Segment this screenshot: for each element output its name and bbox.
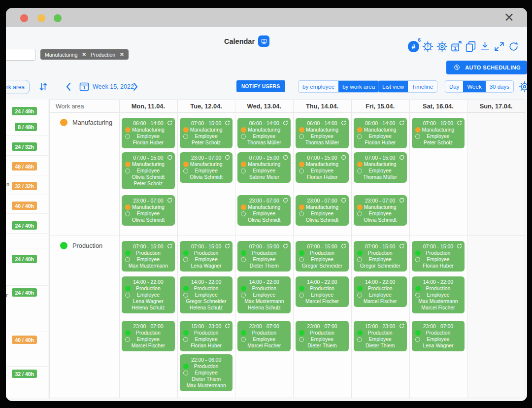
- work-area-name: Manufacturing: [72, 118, 112, 127]
- shift-employee-name: Dieter Thiem: [180, 376, 233, 382]
- shift-card[interactable]: 07:00 - 15:00ProductionEmployeeMax Muste…: [122, 241, 175, 272]
- settings-alert-icon[interactable]: !: [422, 40, 434, 53]
- shift-card[interactable]: 07:00 - 15:00ProductionEmployeeLena Wagn…: [180, 241, 233, 272]
- shift-card[interactable]: 23:00 - 07:00ManufacturingEmployeeOlivia…: [180, 152, 233, 183]
- shift-card[interactable]: 06:00 - 14:00ManufacturingEmployeeFloria…: [122, 118, 175, 148]
- sync-icon[interactable]: [507, 40, 520, 53]
- expand-icon[interactable]: [493, 40, 505, 53]
- calendar-settings-gear-icon[interactable]: [518, 80, 527, 95]
- previous-week-icon[interactable]: [65, 82, 72, 94]
- day-cell: [177, 195, 235, 226]
- employee-ring-icon: [415, 134, 420, 139]
- employee-row-divider: [6, 213, 48, 214]
- employee-row-divider: [6, 233, 48, 234]
- minimize-traffic-light[interactable]: [37, 14, 45, 22]
- week-calendar-icon[interactable]: 1: [79, 81, 90, 94]
- range-option-week[interactable]: Week: [463, 81, 485, 92]
- shift-card[interactable]: 07:00 - 15:00ProductionEmployeeGregor Sc…: [296, 241, 349, 272]
- view-mode-option-timeline[interactable]: Timeline: [408, 81, 437, 92]
- shift-card[interactable]: 23:00 - 07:00ProductionEmployeeDieter Th…: [296, 321, 349, 351]
- shift-card[interactable]: 23:00 - 07:00ManufacturingEmployeeOlivia…: [354, 195, 407, 226]
- group-by-option-by-work-area[interactable]: by work area: [338, 81, 379, 92]
- shift-card[interactable]: 07:00 - 15:00ManufacturingEmployeeOlivia…: [122, 152, 175, 189]
- next-week-icon[interactable]: [132, 82, 139, 94]
- employee-ring-icon: [183, 257, 188, 262]
- shift-card[interactable]: 14:00 - 22:00ProductionEmployeeGregor Sc…: [180, 276, 233, 313]
- shift-card[interactable]: 07:00 - 15:00ManufacturingEmployeeSabine…: [237, 152, 291, 183]
- day-column-header: Sat, 16.04.: [409, 102, 467, 110]
- group-by-option-by-employee[interactable]: by employee: [299, 81, 338, 92]
- calendar-copy-icon[interactable]: 1: [450, 40, 463, 53]
- day-cell: 07:00 - 15:00ManufacturingEmployeeThomas…: [351, 152, 409, 189]
- shift-employee-name: Lena Wagner: [180, 263, 233, 269]
- range-option-30-days[interactable]: 30 days: [486, 81, 513, 92]
- shift-row: 07:00 - 15:00ManufacturingEmployeeOlivia…: [119, 152, 525, 189]
- shift-card[interactable]: 23:00 - 07:00ManufacturingEmployeeOlivia…: [237, 195, 291, 226]
- shift-card[interactable]: 14:00 - 22:00ProductionEmployeeMarcel Fi…: [296, 276, 349, 307]
- maximize-traffic-light[interactable]: [54, 14, 62, 22]
- hour-badge: 40 / 40h: [12, 336, 37, 344]
- shift-card[interactable]: 07:00 - 15:00ManufacturingEmployeeFloria…: [296, 152, 349, 183]
- calendar-app-icon: [258, 35, 269, 47]
- copy-icon[interactable]: [465, 40, 477, 53]
- page-title: Calendar: [224, 35, 269, 47]
- employee-ring-icon: [125, 169, 130, 173]
- shift-card[interactable]: 23:00 - 07:00ProductionEmployeeMarcel Fi…: [122, 321, 175, 351]
- search-input[interactable]: [6, 49, 35, 61]
- shift-card[interactable]: 14:00 - 22:00ProductionEmployeeMax Muste…: [237, 276, 291, 313]
- download-icon[interactable]: [479, 40, 491, 53]
- day-cell: 07:00 - 15:00ProductionEmployeeGregor Sc…: [293, 241, 351, 272]
- shift-card[interactable]: 07:00 - 15:00ProductionEmployeeDieter Th…: [237, 241, 291, 272]
- work-area-dot: [60, 242, 67, 249]
- sort-icon[interactable]: [37, 81, 49, 95]
- range-option-day[interactable]: Day: [445, 81, 463, 92]
- auto-scheduling-button[interactable]: AUTO SCHEDULING: [446, 61, 527, 74]
- shift-card[interactable]: 15:00 - 23:00ProductionEmployeeDieter Th…: [354, 321, 407, 351]
- work-area-name: Production: [72, 241, 102, 250]
- shift-card[interactable]: 07:00 - 15:00ManufacturingEmployeePeter …: [412, 118, 465, 148]
- filter-chip-manufacturing[interactable]: Manufacturing✕: [40, 49, 91, 60]
- shift-card[interactable]: 06:00 - 14:00ManufacturingEmployeeFloria…: [354, 118, 407, 148]
- recurring-icon: [166, 154, 173, 162]
- chip-remove-icon[interactable]: ✕: [82, 52, 86, 57]
- shift-card[interactable]: 15:00 - 23:00ProductionEmployeeFlorian H…: [180, 321, 233, 351]
- shift-time: 23:00 - 07:00: [412, 323, 465, 330]
- shift-card[interactable]: 23:00 - 07:00ManufacturingEmployeeOlivia…: [296, 195, 349, 226]
- close-icon[interactable]: ✕: [504, 10, 514, 24]
- shift-card[interactable]: 14:00 - 22:00ProductionEmployeeMarcel Fi…: [354, 276, 407, 307]
- hash-counter-icon[interactable]: #6: [407, 40, 420, 53]
- day-cell: 06:00 - 14:00ManufacturingEmployeeThomas…: [293, 118, 351, 148]
- close-traffic-light[interactable]: [20, 14, 28, 22]
- shift-card[interactable]: 07:00 - 15:00ManufacturingEmployeePeter …: [180, 118, 233, 148]
- recurring-icon: [456, 120, 463, 128]
- shift-card[interactable]: 06:00 - 14:00ManufacturingEmployeeThomas…: [296, 118, 349, 148]
- day-cell: [467, 241, 525, 272]
- shift-card[interactable]: 22:00 - 06:00ProductionEmployeeDieter Th…: [180, 354, 233, 391]
- shift-card[interactable]: 07:00 - 15:00ProductionEmployeeGregor Sc…: [354, 241, 407, 272]
- day-cell: 23:00 - 07:00ManufacturingEmployeeOlivia…: [293, 195, 351, 226]
- day-cell: 23:00 - 07:00ProductionEmployeeMarcel Fi…: [235, 321, 293, 351]
- hour-badge: 24 / 40h: [12, 255, 37, 263]
- recurring-icon: [456, 243, 463, 251]
- week-label[interactable]: Week 15, 2022: [93, 83, 134, 90]
- notify-users-button[interactable]: NOTIFY USERS: [236, 80, 285, 92]
- shift-employee-name: Marcel Fischer: [122, 342, 175, 349]
- shift-card[interactable]: 23:00 - 07:00ManufacturingEmployeeOlivia…: [122, 195, 175, 226]
- view-mode-option-list-view[interactable]: List view: [378, 81, 408, 92]
- employee-ring-icon: [125, 134, 130, 139]
- shift-card[interactable]: 07:00 - 15:00ProductionEmployeeFlorian H…: [412, 241, 465, 272]
- chip-remove-icon[interactable]: ✕: [120, 52, 124, 57]
- shift-card[interactable]: 23:00 - 07:00ProductionEmployeeLena Wagn…: [412, 321, 465, 351]
- day-cell: 07:00 - 15:00ManufacturingEmployeeSabine…: [235, 152, 293, 189]
- shift-card[interactable]: 23:00 - 07:00ProductionEmployeeMarcel Fi…: [237, 321, 291, 351]
- recurring-icon: [224, 154, 231, 162]
- shift-card[interactable]: 14:00 - 22:00ProductionEmployeeLena Wagn…: [122, 276, 175, 313]
- shift-employee-name: Thomas Müller: [296, 139, 349, 146]
- work-area-filter-button[interactable]: work area: [6, 80, 30, 94]
- page-title-text: Calendar: [224, 37, 255, 45]
- shift-card[interactable]: 06:00 - 14:00ManufacturingEmployeeThomas…: [237, 118, 291, 148]
- filter-chip-production[interactable]: Production✕: [86, 49, 129, 60]
- shift-card[interactable]: 14:00 - 22:00ProductionEmployeeMax Muste…: [412, 276, 465, 313]
- settings-icon[interactable]: [436, 40, 448, 53]
- shift-card[interactable]: 07:00 - 15:00ManufacturingEmployeeThomas…: [354, 152, 407, 183]
